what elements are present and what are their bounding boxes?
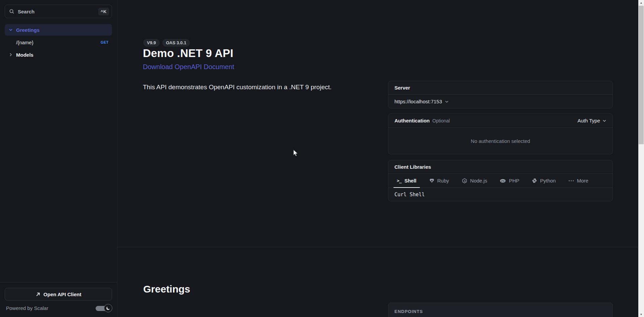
scrollbar-thumb[interactable] bbox=[639, 6, 644, 144]
tab-more[interactable]: More bbox=[569, 174, 588, 188]
tab-nodejs[interactable]: Node.js bbox=[462, 174, 487, 188]
authentication-card: Authentication Optional Auth Type No aut… bbox=[388, 113, 613, 154]
endpoints-label: ENDPOINTS bbox=[388, 303, 612, 314]
server-url-dropdown[interactable]: https://localhost:7153 bbox=[388, 95, 612, 108]
server-card: Server https://localhost:7153 bbox=[388, 81, 613, 108]
vertical-scrollbar[interactable]: ▲ ▼ bbox=[638, 0, 644, 317]
server-url-value: https://localhost:7153 bbox=[394, 99, 442, 104]
python-icon bbox=[532, 178, 537, 183]
get-method-badge: GET bbox=[101, 40, 109, 44]
client-library-tabs: >_ Shell Ruby Node.js php PHP bbox=[388, 174, 612, 188]
tab-label: Shell bbox=[405, 178, 417, 183]
client-libraries-card: Client Libraries >_ Shell Ruby Node.js p… bbox=[388, 160, 613, 201]
sidebar-item-label: Models bbox=[16, 52, 34, 58]
oas-version-badge: OAS 3.0.1 bbox=[162, 39, 190, 47]
auth-card-title: Authentication bbox=[394, 118, 430, 123]
version-badge: V9.9 bbox=[143, 39, 160, 47]
auth-card-header: Authentication Optional Auth Type bbox=[388, 114, 612, 128]
auth-optional-label: Optional bbox=[432, 118, 450, 123]
tab-label: Node.js bbox=[470, 178, 487, 183]
search-label: Search bbox=[18, 9, 98, 14]
server-card-title: Server bbox=[394, 85, 410, 91]
client-libraries-header: Client Libraries bbox=[388, 160, 612, 174]
tab-label: More bbox=[577, 178, 588, 183]
scrollbar-down-arrow[interactable]: ▼ bbox=[638, 312, 644, 317]
section-divider bbox=[118, 247, 638, 247]
sidebar-nav: Greetings /{name} GET Models bbox=[5, 24, 112, 61]
server-card-header: Server bbox=[388, 81, 612, 95]
chevron-down-icon bbox=[8, 28, 13, 32]
chevron-right-icon bbox=[8, 53, 13, 57]
tab-label: Ruby bbox=[437, 178, 449, 183]
open-api-client-button[interactable]: Open API Client bbox=[5, 288, 112, 301]
nodejs-hexagon-icon bbox=[462, 178, 467, 183]
search-input[interactable]: Search ^K bbox=[5, 5, 112, 18]
api-description: This API demonstrates OpenAPI customizat… bbox=[143, 83, 371, 92]
tab-shell[interactable]: >_ Shell bbox=[397, 174, 417, 188]
chevron-down-icon bbox=[445, 100, 449, 104]
code-snippet[interactable]: Curl Shell bbox=[388, 188, 612, 201]
auth-type-label: Auth Type bbox=[578, 118, 600, 123]
php-icon: php bbox=[500, 179, 506, 183]
sidebar-item-name-endpoint[interactable]: /{name} GET bbox=[5, 37, 112, 48]
moon-icon bbox=[104, 304, 112, 312]
download-openapi-link[interactable]: Download OpenAPI Document bbox=[143, 63, 234, 71]
tab-python[interactable]: Python bbox=[532, 174, 556, 188]
tab-label: PHP bbox=[509, 178, 519, 183]
ruby-gem-icon bbox=[429, 178, 434, 183]
page-title: Demo .NET 9 API bbox=[143, 47, 233, 60]
sidebar-item-greetings[interactable]: Greetings bbox=[5, 24, 112, 36]
auth-empty-state: No authentication selected bbox=[388, 128, 612, 154]
search-icon bbox=[9, 9, 14, 14]
powered-by-scalar-link[interactable]: Powered by Scalar bbox=[6, 305, 48, 311]
ellipsis-icon bbox=[569, 180, 574, 181]
svg-text:php: php bbox=[501, 180, 505, 182]
search-shortcut-badge: ^K bbox=[98, 8, 109, 15]
tab-php[interactable]: php PHP bbox=[500, 174, 519, 188]
tab-ruby[interactable]: Ruby bbox=[429, 174, 449, 188]
api-badges: V9.9 OAS 3.0.1 bbox=[143, 39, 190, 47]
open-api-client-label: Open API Client bbox=[44, 292, 82, 297]
arrow-up-right-icon bbox=[36, 292, 41, 297]
chevron-down-icon bbox=[602, 119, 606, 123]
scrollbar-up-arrow[interactable]: ▲ bbox=[638, 0, 644, 5]
sidebar: Search ^K Greetings /{name} GET Models O… bbox=[0, 0, 117, 317]
endpoint-path-label: /{name} bbox=[16, 40, 34, 45]
auth-type-dropdown[interactable]: Auth Type bbox=[578, 118, 606, 123]
greetings-section-title: Greetings bbox=[143, 283, 190, 295]
sidebar-item-models[interactable]: Models bbox=[5, 49, 112, 60]
endpoints-card: ENDPOINTS bbox=[388, 303, 613, 317]
dark-mode-toggle[interactable] bbox=[96, 304, 112, 313]
sidebar-footer: Open API Client Powered by Scalar bbox=[0, 282, 117, 317]
tab-label: Python bbox=[540, 178, 556, 183]
sidebar-item-label: Greetings bbox=[16, 27, 40, 33]
client-libraries-title: Client Libraries bbox=[394, 164, 431, 170]
terminal-icon: >_ bbox=[397, 178, 401, 183]
